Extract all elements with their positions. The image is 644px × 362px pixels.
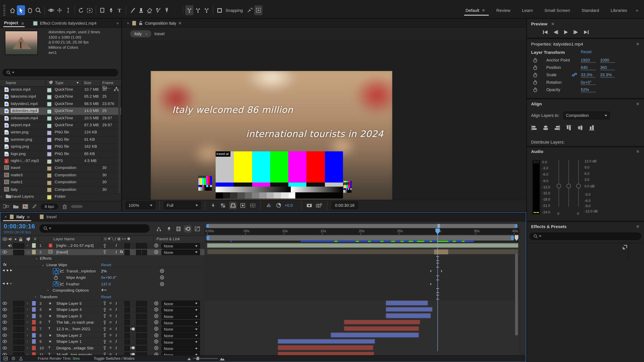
exposure-icon[interactable] xyxy=(275,201,282,209)
timeline-timecode[interactable]: 0:00:30:16 xyxy=(4,223,35,230)
shy-switch-icon[interactable] xyxy=(102,327,107,331)
play-icon[interactable] xyxy=(562,29,569,35)
timeline-lane[interactable] xyxy=(204,319,519,326)
close-tab-icon[interactable]: × xyxy=(127,21,130,25)
preset-corner-icon[interactable] xyxy=(622,245,627,250)
workspace-review[interactable]: Review xyxy=(490,4,516,16)
stopwatch-icon[interactable] xyxy=(533,80,537,85)
group-label[interactable]: Compositing Options xyxy=(52,288,89,293)
expander-icon[interactable]: › xyxy=(47,288,48,292)
layer-label-chip[interactable] xyxy=(32,307,36,312)
solo-toggle[interactable] xyxy=(13,250,19,255)
shy-switch-icon[interactable] xyxy=(102,250,107,254)
project-item-colosseum-mp4[interactable]: colosseum.mp4QuickTime10.5 MB29.97 xyxy=(0,115,121,122)
timeline-menu-icon[interactable]: ≡ xyxy=(27,214,30,219)
solo-toggle[interactable] xyxy=(13,307,19,313)
mask-feather-icon[interactable] xyxy=(254,5,263,15)
camera-tool-icon[interactable] xyxy=(85,5,94,15)
label-chip[interactable] xyxy=(47,187,52,192)
stopwatch-icon[interactable] xyxy=(533,73,537,77)
new-composition-icon[interactable] xyxy=(22,204,28,209)
link-dimensions-icon[interactable] xyxy=(572,73,577,77)
parent-link-dropdown[interactable]: None xyxy=(162,314,200,320)
expander-icon[interactable]: › xyxy=(27,243,28,247)
property-value[interactable]: 1920 xyxy=(581,58,596,63)
group-label[interactable]: Effects xyxy=(40,256,52,261)
unlock-icon[interactable] xyxy=(139,21,142,25)
pick-whip-icon[interactable] xyxy=(154,327,159,331)
timeline-lane[interactable] xyxy=(204,339,519,345)
property-value[interactable]: 0x+0° xyxy=(581,80,596,85)
expander-icon[interactable]: › xyxy=(27,307,28,311)
project-item-night-i-57-mp3[interactable]: ♪night-i...-57.mp3MP34.5 MB xyxy=(0,158,121,165)
workspace-default[interactable]: Default≡ xyxy=(460,4,491,16)
layer-label-chip[interactable] xyxy=(32,327,36,331)
property-value[interactable]: 52% xyxy=(581,87,596,92)
property-value[interactable]: 33.3% xyxy=(600,73,615,77)
parent-link-dropdown[interactable]: None xyxy=(162,243,200,249)
stopwatch-icon[interactable] xyxy=(533,87,537,92)
layer-duration-bar[interactable] xyxy=(207,243,518,248)
region-of-interest-icon[interactable] xyxy=(239,201,246,209)
render-time-icon[interactable] xyxy=(3,356,8,361)
magnification-dropdown[interactable]: 100% xyxy=(126,201,155,209)
add-remove-icons[interactable]: +− xyxy=(101,287,107,293)
lock-column-icon[interactable] xyxy=(19,237,22,242)
timeline-lane[interactable] xyxy=(204,345,519,352)
project-scrollbar[interactable] xyxy=(118,89,120,193)
snapshot-mini-icon[interactable] xyxy=(11,356,16,361)
toggle-switches-button[interactable]: Toggle Switches / Modes xyxy=(94,356,134,361)
index-column[interactable]: # xyxy=(34,237,36,241)
expander-icon[interactable]: › xyxy=(27,339,28,343)
group-label[interactable]: Transform xyxy=(40,294,58,299)
pick-whip-icon[interactable] xyxy=(154,333,159,337)
project-item-logo-png[interactable]: logo.pngPNG file85 KB xyxy=(0,150,121,158)
work-area-bar[interactable] xyxy=(206,235,514,241)
layer-name[interactable]: Shape Layer 5 xyxy=(56,301,100,305)
exposure-value[interactable]: +0.0 xyxy=(285,203,293,207)
view-axis-mode-icon[interactable] xyxy=(202,5,211,15)
align-hcenter-icon[interactable] xyxy=(543,125,549,131)
next-frame-icon[interactable] xyxy=(572,29,579,35)
solo-toggle[interactable] xyxy=(13,243,19,249)
layer-label-chip[interactable] xyxy=(32,243,36,248)
pick-whip-icon[interactable] xyxy=(154,243,159,248)
eye-icon[interactable] xyxy=(2,327,7,331)
property-group-effects[interactable]: ⌄Effects xyxy=(0,255,204,262)
dolly-camera-tool-icon[interactable] xyxy=(64,5,72,15)
layer-row-7[interactable]: ›7T12.3 m... from 2022.✱/None xyxy=(0,326,204,333)
property-value[interactable]: 360 xyxy=(600,65,615,70)
workspace-learn[interactable]: Learn xyxy=(516,4,539,16)
reset-link[interactable]: Reset xyxy=(101,294,111,299)
layer-name[interactable]: [travel] xyxy=(56,250,100,254)
lock-toggle[interactable] xyxy=(18,327,24,332)
property-row-feather[interactable]: ◀◆▶Feather137.0 xyxy=(0,281,204,288)
mask-visibility-icon[interactable] xyxy=(229,201,236,209)
pick-whip-icon[interactable] xyxy=(160,282,164,286)
audio-slider-right[interactable] xyxy=(578,160,578,207)
slash-switch-icon[interactable]: / xyxy=(114,243,119,248)
align-right-icon[interactable] xyxy=(554,125,560,131)
parent-link-dropdown[interactable]: None xyxy=(162,333,200,339)
shy-switch-icon[interactable] xyxy=(102,243,107,248)
layer-duration-bar[interactable] xyxy=(344,320,420,325)
property-value[interactable]: 0x+90.0° xyxy=(101,275,117,280)
frame-blending-icon[interactable] xyxy=(175,225,182,232)
shy-switch-icon[interactable] xyxy=(102,314,107,318)
workspace-small-screen[interactable]: Small Screen xyxy=(539,4,576,16)
hand-tool-icon[interactable] xyxy=(26,5,34,15)
delete-icon[interactable] xyxy=(62,204,67,209)
lock-toggle[interactable] xyxy=(18,250,24,255)
eraser-tool-icon[interactable] xyxy=(146,5,154,15)
effects-presets-menu-icon[interactable]: ≡ xyxy=(636,224,639,229)
expander-icon[interactable]: › xyxy=(27,326,28,331)
layer-row-2[interactable]: ⌄2[travel]/fxNone xyxy=(0,249,204,255)
slash-switch-icon[interactable]: / xyxy=(114,346,119,350)
reset-link[interactable]: Reset xyxy=(101,262,111,267)
expander-icon[interactable]: › xyxy=(27,345,28,350)
graph-icon[interactable] xyxy=(60,282,64,286)
project-item-travel-layers[interactable]: ›travel LayersFolder xyxy=(0,193,121,201)
project-hscroll[interactable] xyxy=(71,205,83,208)
label-chip[interactable] xyxy=(47,109,52,114)
eye-column-icon[interactable] xyxy=(2,237,7,241)
